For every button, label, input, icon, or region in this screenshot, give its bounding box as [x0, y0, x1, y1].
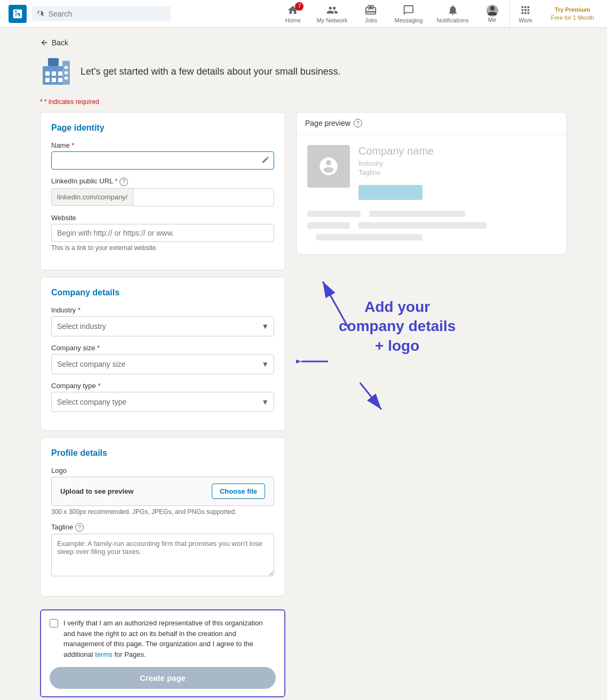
premium-cta[interactable]: Try Premium Free for 1 Month — [547, 6, 598, 21]
nav-item-messaging[interactable]: Messaging — [388, 0, 429, 28]
industry-label: Industry * — [51, 306, 274, 314]
terms-link[interactable]: terms — [95, 650, 113, 658]
company-size-select[interactable]: Select company size 1-10 employees 11-50… — [51, 354, 274, 374]
verify-checkbox[interactable] — [50, 619, 58, 627]
tagline-input[interactable] — [51, 534, 274, 576]
form-layout: Page identity Name * LinkedIn public U — [40, 112, 567, 697]
work-icon — [520, 4, 531, 16]
main-nav: Home 7 My Network Jobs Messaging — [277, 0, 598, 28]
svg-rect-10 — [65, 71, 68, 74]
preview-help-icon[interactable]: ? — [354, 119, 362, 127]
search-box[interactable] — [32, 6, 171, 21]
profile-details-title: Profile details — [51, 448, 274, 458]
messaging-icon — [403, 4, 414, 16]
page-heading: Let's get started with a few details abo… — [81, 66, 341, 77]
nav-item-me[interactable]: Me — [476, 0, 508, 28]
back-arrow-icon — [40, 38, 49, 47]
jobs-icon — [365, 4, 377, 16]
preview-title: Page preview — [305, 119, 350, 127]
logo-label: Logo — [51, 466, 274, 474]
company-details-section: Company details Industry * Select indust… — [40, 277, 285, 431]
back-label: Back — [52, 38, 68, 47]
nav-label-network: My Network — [316, 17, 347, 23]
preview-company-name: Company name — [358, 145, 556, 157]
company-details-title: Company details — [51, 288, 274, 297]
company-size-label: Company size * — [51, 344, 274, 352]
url-input[interactable] — [133, 188, 274, 206]
nav-label-me: Me — [488, 17, 496, 23]
preview-tagline: Tagline — [358, 168, 556, 176]
search-icon — [37, 10, 45, 18]
preview-text-area: Company name Industry Tagline — [358, 145, 556, 200]
svg-rect-9 — [65, 66, 68, 69]
name-input[interactable] — [51, 151, 274, 170]
industry-select-wrapper: Select industry Technology Finance Healt… — [51, 316, 274, 336]
home-badge: 7 — [295, 2, 304, 11]
url-help-icon[interactable]: ? — [119, 178, 128, 186]
svg-rect-4 — [58, 71, 62, 76]
svg-rect-11 — [65, 77, 68, 79]
nav-label-work: Work — [518, 17, 532, 23]
skeleton-row-2 — [307, 222, 556, 229]
skeleton-bar — [369, 211, 465, 217]
company-type-select-wrapper: Select company type Public company Self-… — [51, 392, 274, 412]
skeleton-bar — [307, 211, 361, 217]
svg-rect-2 — [45, 71, 50, 76]
avatar — [486, 5, 498, 17]
logo-hint: 300 x 300px recommended. JPGs, JPEGs, an… — [51, 508, 274, 516]
website-label: Website — [51, 214, 274, 222]
svg-line-14 — [360, 383, 381, 409]
skeleton-row-3 — [307, 234, 556, 240]
nav-label-messaging: Messaging — [395, 17, 423, 23]
svg-rect-3 — [52, 71, 56, 76]
company-type-select[interactable]: Select company type Public company Self-… — [51, 392, 274, 412]
nav-label-jobs: Jobs — [365, 17, 377, 23]
nav-item-home[interactable]: Home 7 — [277, 0, 309, 28]
preview-logo-placeholder — [307, 145, 350, 188]
premium-line1: Try Premium — [555, 6, 590, 13]
verify-row: I verify that I am an authorized represe… — [50, 618, 276, 659]
website-field-group: Website This is a link to your external … — [51, 214, 274, 252]
back-link[interactable]: Back — [40, 38, 567, 47]
url-prefix: linkedin.com/company/ — [51, 188, 133, 206]
nav-item-work[interactable]: Work — [509, 0, 541, 28]
annotation-text: Add yourcompany details+ logo — [339, 297, 456, 356]
navbar: Home 7 My Network Jobs Messaging — [0, 0, 607, 28]
name-input-icon — [261, 156, 270, 166]
choose-file-button[interactable]: Choose file — [212, 484, 265, 499]
search-input[interactable] — [49, 10, 165, 18]
linkedin-logo[interactable] — [9, 5, 27, 23]
nav-item-network[interactable]: My Network — [310, 0, 354, 28]
skeleton-bar — [358, 222, 486, 229]
logo-upload-area: Upload to see preview Choose file — [51, 477, 274, 506]
company-size-field-group: Company size * Select company size 1-10 … — [51, 344, 274, 374]
skeleton-bar — [316, 234, 422, 240]
create-page-button[interactable]: Create page — [50, 667, 276, 689]
url-field-group: LinkedIn public URL * ? linkedin.com/com… — [51, 177, 274, 206]
company-size-select-wrapper: Select company size 1-10 employees 11-50… — [51, 354, 274, 374]
nav-item-notifications[interactable]: Notifications — [430, 0, 475, 28]
company-type-label: Company type * — [51, 382, 274, 390]
page-header: Let's get started with a few details abo… — [40, 55, 567, 87]
form-left: Page identity Name * LinkedIn public U — [40, 112, 285, 697]
name-label: Name * — [51, 141, 274, 149]
industry-select[interactable]: Select industry Technology Finance Healt… — [51, 316, 274, 336]
website-input[interactable] — [51, 224, 274, 242]
nav-item-jobs[interactable]: Jobs — [355, 0, 387, 28]
svg-rect-5 — [45, 78, 50, 82]
url-label: LinkedIn public URL * ? — [51, 177, 274, 186]
nav-label-home: Home — [285, 17, 301, 23]
notifications-icon — [447, 4, 459, 16]
annotation-area: Add yourcompany details+ logo — [296, 265, 567, 415]
form-right: Page preview ? Company name Industry Tag… — [296, 112, 567, 415]
preview-content: Company name Industry Tagline — [297, 134, 566, 211]
company-type-field-group: Company type * Select company type Publi… — [51, 382, 274, 412]
preview-follow-button — [358, 185, 422, 200]
verify-text: I verify that I am an authorized represe… — [63, 618, 276, 659]
tagline-help-icon[interactable]: ? — [75, 523, 84, 532]
page-identity-section: Page identity Name * LinkedIn public U — [40, 112, 285, 270]
required-note: * * indicates required — [40, 98, 567, 106]
profile-details-section: Profile details Logo Upload to see previ… — [40, 437, 285, 597]
preview-bottom — [297, 211, 566, 254]
website-hint: This is a link to your external website. — [51, 244, 274, 252]
